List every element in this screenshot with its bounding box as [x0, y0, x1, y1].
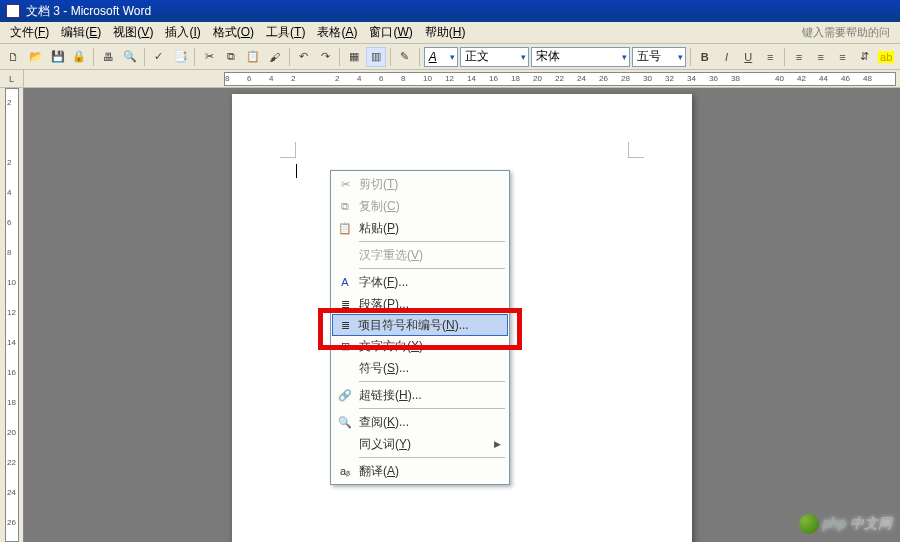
font-combo[interactable]: 宋体 — [531, 47, 630, 67]
separator — [419, 48, 420, 66]
ctx-label: 文字方向(X)... — [359, 338, 433, 355]
ctx-hyperlink[interactable]: 🔗超链接(H)... — [333, 384, 507, 406]
margin-corner-icon — [280, 142, 296, 158]
menu-t[interactable]: 工具(T) — [260, 22, 311, 43]
menu-separator — [359, 408, 505, 409]
ctx-translate[interactable]: aᵦ翻译(A) — [333, 460, 507, 482]
menu-bar: 文件(F)编辑(E)视图(V)插入(I)格式(O)工具(T)表格(A)窗口(W)… — [0, 22, 900, 44]
underline-button[interactable]: U — [738, 47, 758, 67]
font-size-combo[interactable]: 五号 — [632, 47, 686, 67]
ctx-synonym[interactable]: 同义词(Y)▶ — [333, 433, 507, 455]
highlight-button[interactable]: ab — [876, 47, 896, 67]
menu-w[interactable]: 窗口(W) — [363, 22, 418, 43]
ctx-bullets[interactable]: ≣项目符号和编号(N)... — [332, 314, 508, 336]
print-button[interactable]: 🖶 — [98, 47, 118, 67]
ctx-copy: ⧉复制(C) — [333, 195, 507, 217]
print-preview-button[interactable]: 🔍 — [120, 47, 140, 67]
ctx-font[interactable]: A字体(F)... — [333, 271, 507, 293]
context-menu[interactable]: ✂剪切(T)⧉复制(C)📋粘贴(P)汉字重选(V)A字体(F)...≣段落(P)… — [330, 170, 510, 485]
para-icon: ≣ — [337, 296, 353, 312]
ctx-lookup[interactable]: 🔍查阅(K)... — [333, 411, 507, 433]
horizontal-ruler[interactable]: 8642246810121416182022242628303234363840… — [224, 72, 896, 86]
ctx-label: 项目符号和编号(N)... — [358, 317, 469, 334]
align-center-button[interactable]: ≡ — [811, 47, 831, 67]
separator — [690, 48, 691, 66]
help-hint[interactable]: 键入需要帮助的问 — [802, 25, 896, 40]
save-button[interactable]: 💾 — [48, 47, 68, 67]
open-button[interactable]: 📂 — [26, 47, 46, 67]
php-logo-icon — [799, 514, 819, 534]
menu-o[interactable]: 格式(O) — [207, 22, 260, 43]
menu-f[interactable]: 文件(F) — [4, 22, 55, 43]
ctx-label: 查阅(K)... — [359, 414, 409, 431]
format-painter-button[interactable]: 🖌 — [265, 47, 285, 67]
copy-icon: ⧉ — [337, 198, 353, 214]
columns-button[interactable]: ▥ — [366, 47, 386, 67]
menu-h[interactable]: 帮助(H) — [419, 22, 472, 43]
drawing-button[interactable]: ✎ — [395, 47, 415, 67]
window-titlebar: 文档 3 - Microsoft Word — [0, 0, 900, 22]
font-icon: A — [337, 274, 353, 290]
align-right-button[interactable]: ≡ — [833, 47, 853, 67]
separator — [93, 48, 94, 66]
submenu-arrow-icon: ▶ — [494, 439, 501, 449]
word-app-icon — [6, 4, 20, 18]
menu-v[interactable]: 视图(V) — [107, 22, 159, 43]
ctx-label: 剪切(T) — [359, 176, 398, 193]
ctx-symbol[interactable]: 符号(S)... — [333, 357, 507, 379]
separator — [289, 48, 290, 66]
paste-button[interactable]: 📋 — [243, 47, 263, 67]
separator — [339, 48, 340, 66]
text-cursor — [296, 164, 297, 178]
horizontal-ruler-row: L 86422468101214161820222426283032343638… — [0, 70, 900, 88]
style-combo[interactable]: 正文 — [460, 47, 529, 67]
menu-i[interactable]: 插入(I) — [159, 22, 206, 43]
menu-e[interactable]: 编辑(E) — [55, 22, 107, 43]
vertical-ruler[interactable]: /*decor*/ 22468101214161820222426 — [0, 88, 24, 542]
ctx-paste[interactable]: 📋粘贴(P) — [333, 217, 507, 239]
insert-table-button[interactable]: ▦ — [344, 47, 364, 67]
textdir-icon: ⊞ — [337, 338, 353, 354]
research-button[interactable]: 📑 — [171, 47, 191, 67]
ctx-label: 段落(P)... — [359, 296, 409, 313]
align-left-button[interactable]: ≡ — [789, 47, 809, 67]
standard-toolbar: 🗋 📂 💾 🔒 🖶 🔍 ✓ 📑 ✂ ⧉ 📋 🖌 ↶ ↷ ▦ ▥ ✎ A 正文 宋… — [0, 44, 900, 70]
ctx-label: 字体(F)... — [359, 274, 408, 291]
line-spacing-button[interactable]: ⇵ — [854, 47, 874, 67]
ctx-textdir[interactable]: ⊞文字方向(X)... — [333, 335, 507, 357]
ctx-label: 符号(S)... — [359, 360, 409, 377]
ctx-reconv: 汉字重选(V) — [333, 244, 507, 266]
bullets-icon: ≣ — [337, 317, 353, 333]
menu-separator — [359, 381, 505, 382]
new-doc-button[interactable]: 🗋 — [4, 47, 24, 67]
menu-separator — [359, 457, 505, 458]
style-letter-combo[interactable]: A — [424, 47, 458, 67]
italic-button[interactable]: I — [717, 47, 737, 67]
bold-button[interactable]: B — [695, 47, 715, 67]
permissions-button[interactable]: 🔒 — [69, 47, 89, 67]
margin-corner-icon — [628, 142, 644, 158]
align-dist-button[interactable]: ≡ — [760, 47, 780, 67]
separator — [784, 48, 785, 66]
cut-button[interactable]: ✂ — [199, 47, 219, 67]
menu-separator — [359, 241, 505, 242]
paste-icon: 📋 — [337, 220, 353, 236]
ctx-label: 汉字重选(V) — [359, 247, 423, 264]
separator — [194, 48, 195, 66]
translate-icon: aᵦ — [337, 463, 353, 479]
ruler-corner: L — [0, 70, 24, 88]
ctx-para[interactable]: ≣段落(P)... — [333, 293, 507, 315]
redo-button[interactable]: ↷ — [316, 47, 336, 67]
ctx-label: 同义词(Y) — [359, 436, 411, 453]
ctx-label: 翻译(A) — [359, 463, 399, 480]
copy-button[interactable]: ⧉ — [221, 47, 241, 67]
separator — [144, 48, 145, 66]
undo-button[interactable]: ↶ — [294, 47, 314, 67]
ctx-label: 超链接(H)... — [359, 387, 422, 404]
spelling-button[interactable]: ✓ — [149, 47, 169, 67]
watermark: php 中文网 — [799, 514, 892, 534]
window-title: 文档 3 - Microsoft Word — [26, 0, 151, 22]
menu-separator — [359, 268, 505, 269]
menu-a[interactable]: 表格(A) — [311, 22, 363, 43]
ctx-cut: ✂剪切(T) — [333, 173, 507, 195]
